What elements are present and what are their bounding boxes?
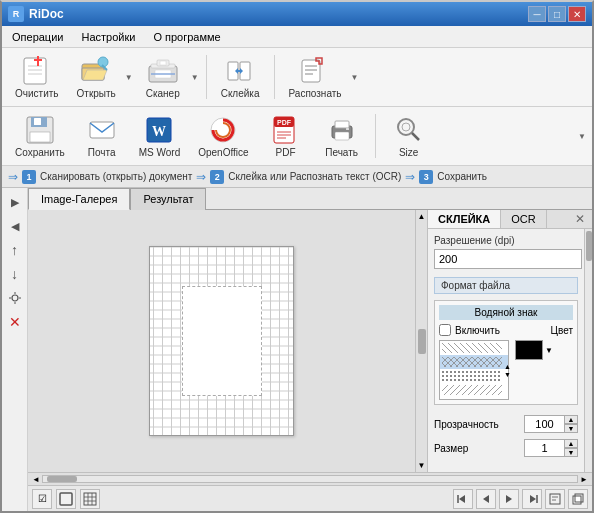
save-button[interactable]: Сохранить <box>8 110 72 162</box>
panel-scrollbar[interactable] <box>584 229 592 472</box>
bottom-square-icon <box>59 492 73 506</box>
left-btn-1[interactable]: ▶ <box>5 192 25 212</box>
watermark-label: Водяной знак <box>439 305 573 320</box>
recognize-svg <box>300 56 330 86</box>
recognize-dropdown-arrow[interactable]: ▼ <box>351 73 359 82</box>
step-num-2: 2 <box>210 170 224 184</box>
pattern-row-2[interactable] <box>440 355 508 369</box>
size-down[interactable]: ▼ <box>564 448 578 457</box>
left-btn-5[interactable] <box>5 288 25 308</box>
print-button[interactable]: Печать <box>316 110 368 162</box>
bottom-right-tools <box>453 489 588 509</box>
minimize-button[interactable]: ─ <box>528 6 546 22</box>
left-btn-delete[interactable]: ✕ <box>5 312 25 332</box>
h-scrollbar-thumb <box>47 476 77 482</box>
color-section: ▼ <box>515 340 553 360</box>
pdf-svg: PDF <box>272 116 300 144</box>
size-button[interactable]: Size <box>383 110 435 162</box>
bottom-nav-2[interactable] <box>476 489 496 509</box>
pattern-row-5[interactable] <box>440 397 508 400</box>
open-button[interactable]: Открыть <box>70 51 123 103</box>
bottom-square-btn[interactable] <box>56 489 76 509</box>
pattern-list[interactable] <box>439 340 509 400</box>
bottom-nav-6[interactable] <box>568 489 588 509</box>
pattern-row-4[interactable] <box>440 383 508 397</box>
left-btn-4[interactable]: ↓ <box>5 264 25 284</box>
mail-label: Почта <box>88 147 116 158</box>
image-and-panel: ▲ ▼ СКЛЕЙКА OCR ✕ Разр <box>28 210 592 472</box>
scroll-left-btn[interactable]: ◄ <box>32 475 40 484</box>
transparency-input[interactable] <box>524 415 564 433</box>
left-btn-3[interactable]: ↑ <box>5 240 25 260</box>
bottom-nav-3[interactable] <box>499 489 519 509</box>
panel-tab-glue[interactable]: СКЛЕЙКА <box>428 210 501 228</box>
menu-settings[interactable]: Настройки <box>77 29 139 45</box>
pattern-up[interactable]: ▲ <box>504 363 511 370</box>
scroll-up-btn[interactable]: ▲ <box>418 212 426 221</box>
pattern-row-3[interactable] <box>440 369 508 383</box>
resolution-input[interactable] <box>434 249 582 269</box>
tabs-bar: Image-Галерея Результат <box>28 188 592 210</box>
bottom-nav-5[interactable] <box>545 489 565 509</box>
step-text-2: Склейка или Распознать текст (OCR) <box>228 171 401 182</box>
left-btn-2[interactable]: ◀ <box>5 216 25 236</box>
save-icon <box>24 114 56 146</box>
bottom-nav-4[interactable] <box>522 489 542 509</box>
openoffice-button[interactable]: OpenOffice <box>191 110 255 162</box>
color-dropdown-arrow[interactable]: ▼ <box>545 346 553 355</box>
transparency-spinner: ▲ ▼ <box>524 415 578 433</box>
bottom-grid-icon <box>83 492 97 506</box>
maximize-button[interactable]: □ <box>548 6 566 22</box>
svg-rect-16 <box>160 61 166 65</box>
glue-label: Склейка <box>221 88 260 99</box>
close-button[interactable]: ✕ <box>568 6 586 22</box>
image-canvas <box>149 246 294 436</box>
bottom-grid-btn[interactable] <box>80 489 100 509</box>
window-title: RiDoc <box>29 7 64 21</box>
open-dropdown-arrow[interactable]: ▼ <box>125 73 133 82</box>
open-icon <box>80 55 112 87</box>
transparency-up[interactable]: ▲ <box>564 415 578 424</box>
pdf-button[interactable]: PDF PDF <box>260 110 312 162</box>
scroll-down-btn[interactable]: ▼ <box>418 461 426 470</box>
pattern-selector: ▲ ▼ <box>439 340 509 400</box>
menu-about[interactable]: О программе <box>149 29 224 45</box>
clear-button[interactable]: Очистить <box>8 51 66 103</box>
tab-image-gallery[interactable]: Image-Галерея <box>28 188 130 210</box>
bottom-nav-1[interactable] <box>453 489 473 509</box>
svg-marker-8 <box>83 70 107 80</box>
resolution-row: ... <box>434 249 578 269</box>
svg-rect-61 <box>442 385 502 395</box>
svg-rect-31 <box>90 122 114 138</box>
openoffice-svg <box>209 116 237 144</box>
color-picker[interactable] <box>515 340 543 360</box>
step-arrow-1: ⇒ <box>8 170 18 184</box>
color-label-text: Цвет <box>551 325 573 336</box>
tab-result[interactable]: Результат <box>130 188 206 210</box>
scroll-right-btn[interactable]: ► <box>580 475 588 484</box>
bottom-left-tools: ☑ <box>32 489 100 509</box>
scanner-icon <box>147 55 179 87</box>
menu-operations[interactable]: Операции <box>8 29 67 45</box>
panel-close-button[interactable]: ✕ <box>572 211 588 227</box>
scanner-button[interactable]: Сканер <box>137 51 189 103</box>
h-scrollbar-track <box>42 475 578 483</box>
enable-checkbox[interactable] <box>439 324 451 336</box>
mail-button[interactable]: Почта <box>76 110 128 162</box>
size-input[interactable] <box>524 439 564 457</box>
pattern-down[interactable]: ▼ <box>504 371 511 378</box>
bottom-check-btn[interactable]: ☑ <box>32 489 52 509</box>
size-up[interactable]: ▲ <box>564 439 578 448</box>
pattern-row-1[interactable] <box>440 341 508 355</box>
glue-button[interactable]: Склейка <box>214 51 267 103</box>
image-scrollbar-h[interactable]: ◄ ► <box>28 472 592 485</box>
image-scrollbar-v[interactable]: ▲ ▼ <box>415 210 427 472</box>
transparency-down[interactable]: ▼ <box>564 424 578 433</box>
msword-button[interactable]: W MS Word <box>132 110 188 162</box>
panel-tab-ocr[interactable]: OCR <box>501 210 546 228</box>
pdf-icon: PDF <box>270 114 302 146</box>
toolbar2-more-arrow[interactable]: ▼ <box>578 132 586 141</box>
recognize-button[interactable]: Распознать <box>282 51 349 103</box>
scanner-dropdown-arrow[interactable]: ▼ <box>191 73 199 82</box>
bottom-nav-next-icon <box>503 493 515 505</box>
